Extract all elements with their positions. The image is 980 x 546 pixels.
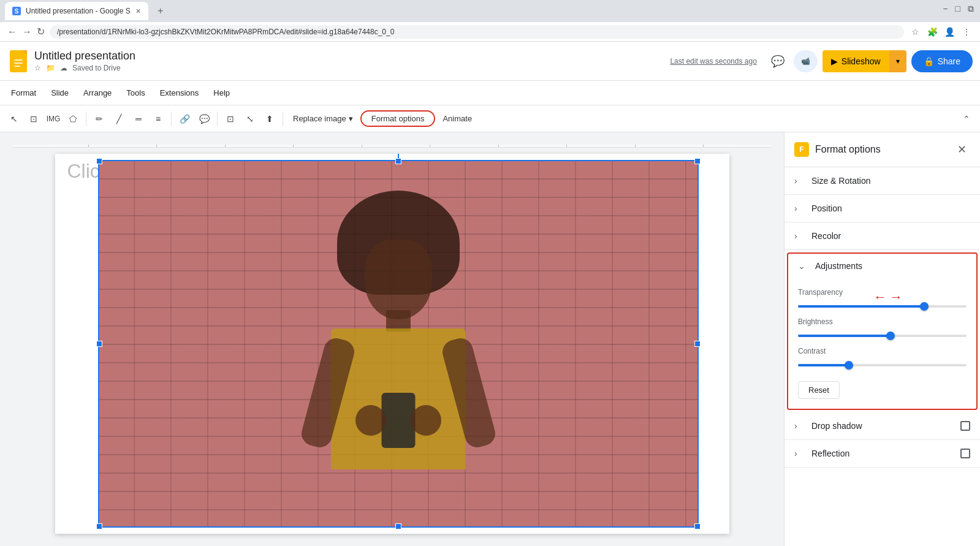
transform-btn[interactable]: ⤡ (241, 110, 259, 128)
slides-title-area: Untitled presentation ☆ 📁 ☁ Saved to Dri… (34, 50, 135, 72)
text-box-tool-btn[interactable]: ⊡ (25, 110, 43, 128)
back-btn[interactable]: ← (7, 26, 17, 37)
comment-btn[interactable]: 💬 (195, 110, 213, 128)
replace-image-arrow: ▾ (349, 114, 353, 123)
recolor-chevron: › (794, 231, 807, 241)
share-btn[interactable]: 🔒 Share (911, 50, 973, 72)
paint-tool-btn[interactable]: ✏ (90, 110, 108, 128)
slide-area: -1 0 1 2 3 4 5 6 7 8 9 (0, 132, 784, 546)
account-icon[interactable]: 👤 (943, 26, 955, 38)
adjustments-header[interactable]: ⌄ Adjustments (788, 254, 976, 278)
cloud-icon: ☁ (60, 64, 67, 72)
minimize-btn[interactable]: − (943, 4, 948, 14)
brightness-track (798, 335, 967, 337)
menu-slide[interactable]: Slide (45, 86, 75, 100)
brightness-slider[interactable] (798, 330, 967, 342)
slide-canvas[interactable]: Click to add text (55, 154, 729, 534)
menu-help[interactable]: Help (207, 86, 236, 100)
slideshow-btn[interactable]: ▶ Slideshow (822, 50, 889, 72)
doc-title[interactable]: Untitled presentation (34, 50, 135, 63)
star-icon[interactable]: ☆ (34, 64, 41, 72)
transparency-track (798, 305, 967, 308)
drop-shadow-chevron: › (794, 421, 807, 431)
line-tool-btn[interactable]: ╱ (110, 110, 128, 128)
toolbar-divider-2 (171, 112, 172, 126)
crop-btn[interactable]: ⊡ (221, 110, 240, 128)
format-panel: F Format options ✕ › Size & Rotation › P… (784, 132, 980, 546)
reflection-checkbox[interactable] (960, 449, 970, 458)
list-style-btn[interactable]: ≡ (149, 110, 167, 128)
size-rotation-chevron: › (794, 176, 807, 186)
recolor-header[interactable]: › Recolor (784, 222, 980, 249)
image-tool-btn[interactable]: IMG (44, 110, 63, 128)
format-panel-header: F Format options ✕ (784, 132, 980, 167)
toolbar-collapse-btn[interactable]: ⌃ (958, 110, 975, 127)
share-label: Share (938, 56, 960, 66)
tab-close-btn[interactable]: ✕ (135, 7, 141, 15)
adjustments-label: Adjustments (815, 261, 862, 271)
ruler-horizontal: -1 0 1 2 3 4 5 6 7 8 9 (12, 145, 772, 148)
menu-extensions[interactable]: Extensions (154, 86, 205, 100)
contrast-label: Contrast (798, 347, 967, 355)
contrast-thumb[interactable] (845, 361, 853, 370)
drop-shadow-section[interactable]: › Drop shadow (784, 412, 980, 440)
shapes-tool-btn[interactable]: ⬠ (64, 110, 82, 128)
toolbar: ↖ ⊡ IMG ⬠ ✏ ╱ ═ ≡ 🔗 💬 ⊡ ⤡ ⬆ Replace imag… (0, 105, 980, 132)
address-input[interactable] (50, 25, 904, 39)
image-upload-btn[interactable]: ⬆ (260, 110, 279, 128)
restore-btn[interactable]: ⧉ (968, 4, 974, 14)
format-panel-close-btn[interactable]: ✕ (953, 141, 970, 158)
contrast-slider[interactable] (798, 359, 967, 371)
position-header[interactable]: › Position (784, 195, 980, 222)
slideshow-dropdown-btn[interactable]: ▾ (889, 50, 906, 72)
forward-btn[interactable]: → (22, 26, 32, 37)
transparency-slider[interactable] (798, 300, 967, 313)
replace-image-btn[interactable]: Replace image ▾ (287, 112, 359, 126)
reflection-section[interactable]: › Reflection (784, 440, 980, 468)
menu-arrange[interactable]: Arrange (77, 86, 118, 100)
link-btn[interactable]: 🔗 (175, 110, 194, 128)
size-rotation-header[interactable]: › Size & Rotation (784, 167, 980, 194)
slideshow-label: Slideshow (841, 56, 881, 66)
brightness-fill (798, 335, 891, 337)
menu-tools[interactable]: Tools (120, 86, 151, 100)
maximize-btn[interactable]: □ (955, 4, 960, 14)
transparency-thumb[interactable] (920, 302, 929, 311)
position-section: › Position (784, 195, 980, 222)
reflection-chevron: › (794, 449, 807, 458)
tab-bar: S Untitled presentation - Google S ✕ + −… (0, 0, 980, 22)
slideshow-btn-group: ▶ Slideshow ▾ (822, 50, 906, 72)
menu-dots-icon[interactable]: ⋮ (960, 26, 973, 38)
adjustments-content: Transparency ← → Brightness (788, 278, 976, 409)
toolbar-divider-4 (283, 112, 283, 126)
format-options-toolbar-btn[interactable]: Format options (360, 110, 436, 127)
transparency-slider-area: ← → (798, 300, 967, 313)
comments-btn[interactable]: 💬 (767, 50, 789, 72)
meet-icon: 📹 (801, 57, 810, 66)
bookmark-icon[interactable]: ☆ (909, 26, 921, 38)
brightness-thumb[interactable] (886, 332, 895, 340)
tab-favicon: S (12, 7, 21, 15)
line-style-btn[interactable]: ═ (129, 110, 148, 128)
person-figure (282, 191, 515, 528)
toolbar-divider-3 (217, 112, 218, 126)
drop-shadow-label: Drop shadow (811, 421, 862, 431)
folder-icon[interactable]: 📁 (46, 64, 55, 72)
format-panel-title: Format options (815, 144, 947, 155)
position-chevron: › (794, 203, 807, 213)
extensions-icon[interactable]: 🧩 (926, 26, 938, 38)
reset-btn[interactable]: Reset (798, 381, 840, 399)
new-tab-btn[interactable]: + (153, 4, 168, 18)
size-rotation-section: › Size & Rotation (784, 167, 980, 195)
animate-btn[interactable]: Animate (436, 112, 478, 126)
refresh-btn[interactable]: ↻ (37, 26, 45, 37)
slide-image[interactable] (98, 160, 699, 528)
menu-format[interactable]: Format (5, 86, 42, 100)
brightness-label: Brightness (798, 317, 967, 326)
active-tab[interactable]: S Untitled presentation - Google S ✕ (5, 2, 148, 20)
cursor-tool-btn[interactable]: ↖ (5, 110, 23, 128)
contrast-fill (798, 364, 849, 366)
drop-shadow-checkbox[interactable] (960, 421, 970, 431)
google-meet-btn[interactable]: 📹 (794, 50, 818, 72)
adjustments-chevron: ⌄ (798, 261, 810, 271)
